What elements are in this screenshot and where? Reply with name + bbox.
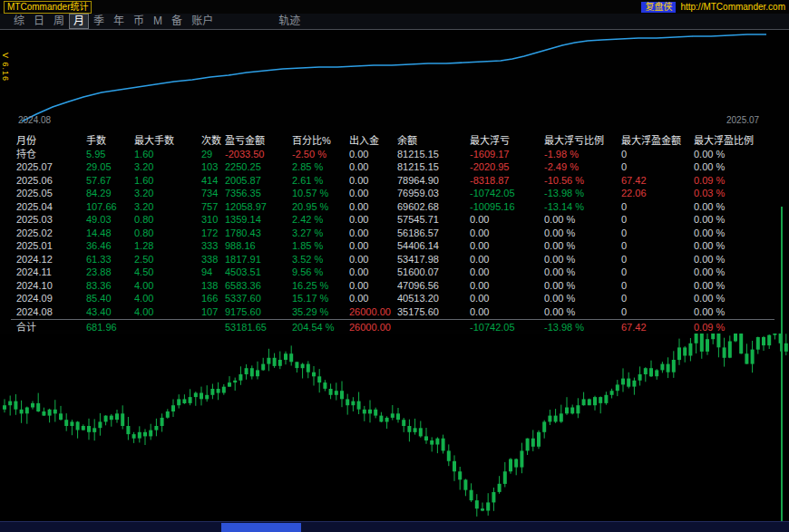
table-cell: 35175.60 [397,305,470,319]
table-cell: 81215.15 [397,160,470,174]
table-cell: 138 [201,279,225,293]
trading-terminal: MTCommander统计 复盘侠 http://MTCommander.com… [0,0,789,532]
equity-end-date: 2025.07 [726,115,759,125]
table-cell [134,321,201,334]
table-cell: 2025.07 [16,160,86,174]
table-cell: 0.00 [349,239,397,253]
table-cell: 49.03 [86,213,134,227]
scrollbar-thumb[interactable] [221,523,301,532]
table-cell: 0 [621,148,694,161]
table-row: 2024.1123.884.50944503.519.56 %0.0051600… [0,266,782,279]
table-cell: 7356.35 [225,187,292,200]
table-row: 2025.04107.663.2075712058.9720.95 %0.006… [0,200,782,214]
table-cell: 56186.57 [397,227,470,240]
table-cell: 338 [201,253,225,266]
table-row: 2024.1083.364.001386583.3616.25 %0.00470… [0,279,782,293]
table-cell: 0.00 [470,239,544,253]
table-cell: -1609.17 [470,148,544,161]
total-separator [11,319,774,320]
table-cell: 757 [201,200,225,214]
table-cell: 57.67 [86,174,134,188]
table-cell: 107 [201,305,225,319]
table-cell: 57545.71 [397,213,470,227]
table-cell: 0.00 [349,200,397,214]
table-cell: 15.17 % [292,292,349,305]
table-cell: 最大浮盈比例 [694,134,775,148]
table-cell: -2.50 % [292,148,349,161]
table-cell: 83.36 [86,279,134,293]
table-cell: 40513.20 [397,292,470,305]
table-cell: 3.20 [134,187,201,200]
table-cell: -10.56 % [544,174,621,188]
table-cell: 合计 [16,321,86,334]
table-row: 2024.1261.332.503381817.913.52 %0.005341… [0,253,782,266]
table-cell: 5.95 [86,148,134,161]
table-cell: 81215.15 [397,148,470,161]
stats-panel: MTCommander统计 复盘侠 http://MTCommander.com… [0,0,789,334]
table-cell: 0.00 [349,227,397,240]
table-cell: 2.50 [134,253,201,266]
table-cell: 1.60 [134,174,201,188]
table-cell: 0.00 % [694,266,775,279]
table-cell: 2025.01 [16,239,86,253]
equity-start-date: 2024.08 [18,115,51,125]
table-cell: 0 [621,200,694,214]
table-cell: 310 [201,213,225,227]
table-cell: 204.54 % [292,321,349,334]
table-cell: 26000.00 [349,305,397,319]
table-cell: 2005.87 [225,174,292,188]
table-cell: 3.20 [134,200,201,214]
table-cell: 0.09 % [694,321,775,334]
table-cell: -2.49 % [544,160,621,174]
table-cell: 0.03 % [694,187,775,200]
table-cell: 0 [621,279,694,293]
table-cell: 14.48 [86,227,134,240]
table-cell: 0.00 [349,174,397,188]
table-cell: 手数 [86,134,134,148]
table-cell: 166 [201,292,225,305]
chart-scrollbar[interactable] [0,521,789,532]
table-row: 持仓5.951.6029-2033.50-2.50 %0.0081215.15-… [0,148,782,161]
table-cell: 0.00 [470,266,544,279]
table-row: 2025.0349.030.803101359.142.42 %0.005754… [0,213,782,227]
table-cell: 2024.12 [16,253,86,266]
table-cell: 最大浮亏比例 [544,134,621,148]
table-cell: 67.42 [621,321,694,334]
table-cell: 3.52 % [292,253,349,266]
table-cell: 988.16 [225,239,292,253]
table-cell: 1359.14 [225,213,292,227]
table-cell: 0.00 [470,279,544,293]
table-cell: 78964.90 [397,174,470,188]
table-cell: 2025.02 [16,227,86,240]
table-cell: 414 [201,174,225,188]
table-cell: 0.00 [470,292,544,305]
table-cell: 最大浮盈金额 [621,134,694,148]
table-cell: 0.00 % [544,305,621,319]
table-cell: 23.88 [86,266,134,279]
table-row: 2025.0136.461.28333988.161.85 %0.0054406… [0,239,782,253]
table-cell: 0.00 [349,187,397,200]
table-cell: 0.00 % [544,239,621,253]
chart-edge-line [781,207,783,521]
table-cell: 0.00 % [544,213,621,227]
table-cell: 0.09 % [694,174,775,188]
table-cell: 16.25 % [292,279,349,293]
table-cell: 94 [201,266,225,279]
table-cell: 0.00 [349,292,397,305]
table-cell: 0.00 % [694,148,775,161]
table-cell: 53181.65 [225,321,292,334]
table-cell: 1.85 % [292,239,349,253]
table-cell: 47096.56 [397,279,470,293]
table-cell: 734 [201,187,225,200]
table-cell: 9.56 % [292,266,349,279]
table-header-row: 月份手数最大手数次数盈亏金额百分比%出入金余额最大浮亏最大浮亏比例最大浮盈金额最… [0,134,782,148]
table-cell: 29 [201,148,225,161]
table-cell: -8318.87 [470,174,544,188]
table-cell: 2024.11 [16,266,86,279]
table-cell: -13.14 % [544,200,621,214]
table-cell: -13.98 % [544,187,621,200]
table-cell: 4.50 [134,266,201,279]
table-cell: 1780.43 [225,227,292,240]
table-cell: 4.00 [134,292,201,305]
table-cell: 0 [621,292,694,305]
